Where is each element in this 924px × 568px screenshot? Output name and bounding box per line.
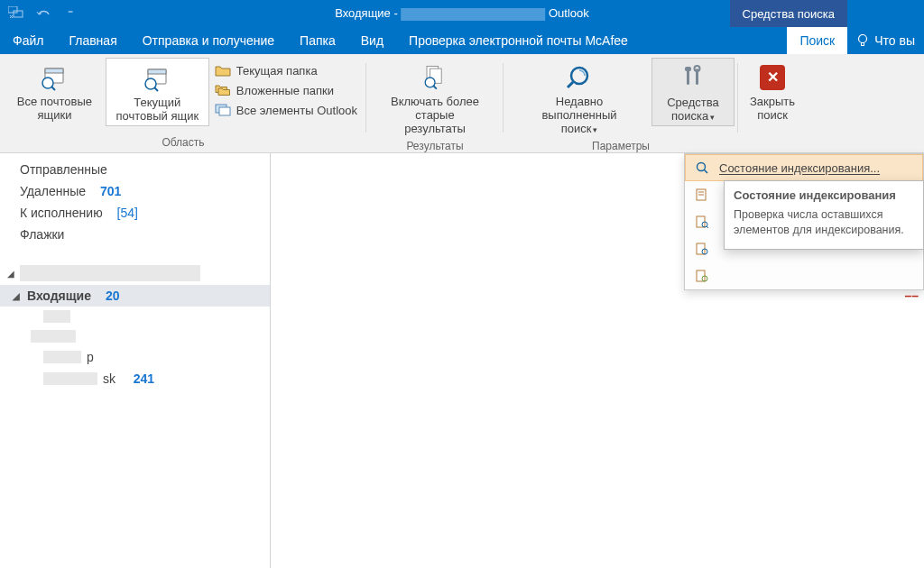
tooltip-body: Проверка числа оставшихся элементов для … xyxy=(734,207,914,238)
ribbon-tabs: Файл Главная Отправка и получение Папка … xyxy=(0,27,924,54)
folder-sub-sk[interactable]: sk 241 xyxy=(0,368,270,389)
folder-deleted[interactable]: Удаленные 701 xyxy=(0,180,270,202)
folder-inbox[interactable]: ◢Входящие 20 xyxy=(0,285,270,307)
label: Все почтовые ящики xyxy=(9,96,100,123)
account-header[interactable]: ◢ xyxy=(0,260,270,285)
tooltip-title: Состояние индексирования xyxy=(734,188,914,202)
tab-file[interactable]: Файл xyxy=(0,27,56,54)
mailbox-search-icon xyxy=(141,62,173,95)
folder-sub-1[interactable] xyxy=(0,307,270,326)
folder-icon xyxy=(215,63,231,78)
title-suffix: Outlook xyxy=(549,6,589,20)
title-bar: ⁼ Входящие - Outlook Средства поиска xyxy=(0,0,924,27)
tab-search[interactable]: Поиск xyxy=(787,27,847,54)
qat-customize-icon[interactable]: ⁼ xyxy=(61,5,79,23)
title-prefix: Входящие - xyxy=(335,6,401,20)
svg-rect-3 xyxy=(862,43,864,46)
tab-home[interactable]: Главная xyxy=(56,27,129,54)
scope-subfolders[interactable]: Вложенные папки xyxy=(209,81,363,99)
tab-send-receive[interactable]: Отправка и получение xyxy=(130,27,287,54)
ribbon-group-scope: Все почтовые ящики Текущий почтовый ящик… xyxy=(0,54,366,152)
svg-rect-0 xyxy=(8,6,17,13)
scope-current-folder[interactable]: Текущая папка xyxy=(209,61,363,79)
folder-followup[interactable]: К исполнению [54] xyxy=(0,202,270,224)
svg-line-7 xyxy=(51,87,55,90)
label: Текущий почтовый ящик xyxy=(112,96,203,124)
close-search[interactable]: ✕ Закрыть поиск xyxy=(742,58,803,124)
folder-pane[interactable]: Отправленные Удаленные 701 К исполнению … xyxy=(0,153,271,568)
qat-app-icon[interactable] xyxy=(7,5,25,23)
doc-gear-icon xyxy=(694,268,710,284)
collapse-icon: ◢ xyxy=(7,269,16,279)
search-small-icon xyxy=(694,160,710,176)
svg-line-11 xyxy=(154,87,158,91)
folders-icon xyxy=(215,83,231,97)
svg-line-31 xyxy=(707,226,708,228)
docs-search-icon xyxy=(419,61,451,94)
ribbon-group-results: Включать более старые результаты Результ… xyxy=(366,54,504,152)
tools-icon xyxy=(677,62,709,95)
svg-rect-5 xyxy=(45,69,63,73)
doc-icon xyxy=(694,187,710,203)
scope-current-mailbox[interactable]: Текущий почтовый ящик xyxy=(106,58,209,126)
bulb-icon xyxy=(856,33,869,48)
window-title: Входящие - Outlook xyxy=(335,6,589,21)
search-icon xyxy=(563,61,596,94)
collapse-indicator: –– xyxy=(904,289,919,303)
tooltip: Состояние индексирования Проверка числа … xyxy=(724,180,924,250)
ribbon-group-options: Недавно выполненный поиск▾ Средства поис… xyxy=(504,54,738,152)
folder-sub-p[interactable]: p xyxy=(0,346,270,368)
doc-arrow-icon xyxy=(694,241,710,257)
tab-mcafee[interactable]: Проверка электронной почты McAfee xyxy=(396,27,641,54)
recent-searches[interactable]: Недавно выполненный поиск▾ xyxy=(507,58,651,138)
label: Недавно выполненный поиск▾ xyxy=(533,96,625,136)
doc-search-icon xyxy=(694,214,710,230)
group-label: Область xyxy=(4,134,363,152)
undo-icon[interactable] xyxy=(34,5,52,23)
folder-sub-2[interactable] xyxy=(0,326,270,346)
folder-sent[interactable]: Отправленные xyxy=(0,159,270,180)
svg-line-17 xyxy=(433,86,437,89)
menu-item-5[interactable] xyxy=(685,262,923,289)
tell-me[interactable]: Что вы xyxy=(847,27,924,54)
mailbox-search-icon xyxy=(38,61,70,94)
scope-all-mailboxes[interactable]: Все почтовые ящики xyxy=(4,58,106,124)
tab-view[interactable]: Вид xyxy=(348,27,396,54)
outlook-items-icon xyxy=(215,103,231,117)
svg-rect-22 xyxy=(685,67,691,71)
ribbon: Все почтовые ящики Текущий почтовый ящик… xyxy=(0,54,924,153)
folder-flags[interactable]: Флажки xyxy=(0,224,270,245)
label: Включать более старые результаты xyxy=(389,96,481,136)
search-tools-dropdown[interactable]: Средства поиска▾ xyxy=(651,58,735,126)
label: Закрыть поиск xyxy=(747,96,798,123)
menu-label: Состояние индексирования... xyxy=(719,161,880,175)
scope-all-outlook[interactable]: Все элементы Outlook xyxy=(209,101,363,119)
close-icon: ✕ xyxy=(756,61,789,94)
svg-rect-13 xyxy=(219,107,230,115)
menu-indexing-status[interactable]: Состояние индексирования... xyxy=(685,154,923,181)
include-older-results[interactable]: Включать более старые результаты xyxy=(383,58,486,138)
collapse-icon: ◢ xyxy=(13,291,22,301)
svg-line-25 xyxy=(704,169,707,173)
svg-line-19 xyxy=(568,82,573,87)
context-tab-search-tools[interactable]: Средства поиска xyxy=(730,0,847,27)
tab-folder[interactable]: Папка xyxy=(287,27,348,54)
ribbon-group-close: ✕ Закрыть поиск xyxy=(738,54,807,152)
label: Средства поиска▾ xyxy=(658,96,728,124)
svg-rect-1 xyxy=(14,11,23,17)
svg-point-2 xyxy=(859,35,867,43)
svg-rect-9 xyxy=(148,69,166,74)
